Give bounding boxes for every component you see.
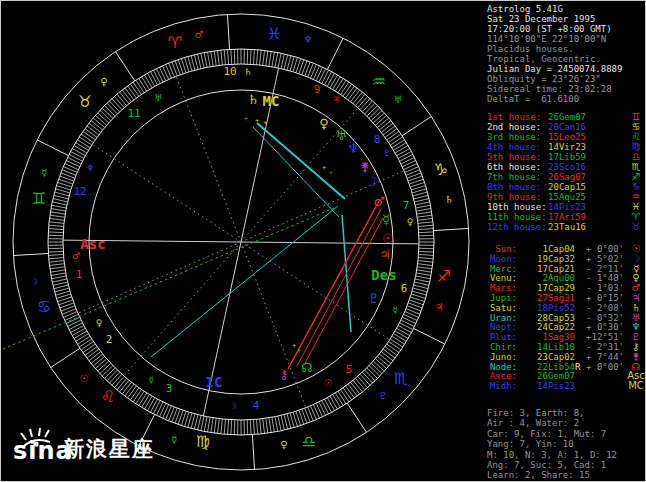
degree-tick [346, 86, 355, 98]
house-row: 4th house:14Vir23♍ [487, 142, 586, 152]
degree-tick [395, 146, 408, 154]
degree-tick [275, 417, 278, 432]
degree-tick [419, 248, 434, 249]
planet-row: Sun:1Cap04+ 0°00'☉ [487, 244, 580, 254]
degree-tick [122, 90, 131, 102]
degree-tick [358, 376, 368, 387]
degree-tick [401, 157, 414, 164]
planet-row: Nept:24Cap22+ 0°30'♆ [487, 322, 580, 332]
degree-tick [418, 218, 433, 220]
degree-tick [412, 291, 426, 295]
header-line: DeltaT = 61.6100 [487, 94, 622, 104]
degree-tick [387, 131, 399, 140]
degree-tick [89, 352, 101, 361]
degree-tick [52, 279, 67, 282]
house-cusp-value: 26Gem07 [546, 112, 586, 122]
planet-velocity: - 2°31' [584, 342, 624, 352]
degree-tick [394, 143, 407, 151]
wheel-sign-libra-icon: ♎ [302, 432, 316, 451]
degree-tick [417, 212, 432, 214]
house-cusp-value: 14Pis23 [546, 202, 586, 212]
wheel-house-number-8: 8 [374, 133, 381, 146]
wheel-sign-ruler-cancer-icon: ☽ [30, 276, 39, 287]
sign-boundary-line [434, 228, 469, 230]
house-cusp-list: 1st house:26Gem07♊2nd house:20Can16♋3rd … [487, 112, 586, 232]
wheel-house-number-3: 3 [166, 382, 173, 395]
wheel-sign-ruler-pisces-icon: ♆ [304, 34, 313, 45]
degree-tick [402, 160, 416, 166]
planet-position-list: Sun:1Cap04+ 0°00'☉Moon:19Cap32+ 5°02'☽Me… [487, 244, 580, 391]
degree-tick [253, 49, 254, 64]
sign-boundary-line [115, 52, 134, 81]
degree-tick [272, 417, 275, 432]
degree-tick [367, 368, 378, 379]
degree-tick [284, 55, 288, 70]
wheel-sign-ruler-aries-icon: ♂ [195, 29, 204, 40]
degree-tick [71, 326, 84, 333]
degree-tick [112, 99, 122, 110]
degree-tick [166, 64, 172, 78]
wheel-sign-ruler-leo-icon: ☉ [80, 373, 89, 384]
wheel-sign-scorpio-icon: ♏ [394, 369, 408, 388]
house-cusp-value: 23Tau16 [546, 222, 586, 232]
degree-tick [153, 401, 160, 414]
degree-tick [266, 418, 268, 433]
degree-tick [253, 420, 254, 435]
planet-velocity: - 2°08' [584, 303, 624, 313]
house-row: 5th house:17Lib59♎ [487, 152, 586, 162]
degree-tick [338, 391, 346, 404]
degree-tick [133, 82, 141, 94]
degree-tick [385, 347, 397, 356]
degree-tick [417, 270, 432, 272]
degree-tick [247, 49, 248, 64]
degree-tick [55, 189, 69, 193]
wheel-house-number-10: 10 [223, 65, 236, 78]
house-cusp-value: 15Leo25 [546, 132, 586, 142]
natal-chart-wheel: +++++++♈♂♉♀♊☿♋☽♌☉♍☿♎♀♏♇♐♃♑♄♒♅♓♆1♂2♀3☿4☽5… [1, 1, 483, 482]
planet-row: Node:22Lib54R+ 0°00'☊ [487, 362, 580, 372]
summary-line: Yang: 7, Yin: 10 [487, 439, 617, 449]
degree-tick [55, 192, 69, 196]
degree-tick [65, 314, 79, 320]
degree-tick [87, 126, 99, 135]
planet-position-value: 23Cap02 [517, 352, 575, 362]
degree-tick [51, 208, 66, 211]
degree-tick [330, 396, 338, 409]
degree-tick [353, 92, 362, 104]
degree-tick [414, 195, 429, 199]
wheel-planet-juno-icon: ⚵ [360, 159, 370, 174]
house-label: 7th house: [487, 172, 546, 182]
house-label: 8th house: [487, 182, 546, 192]
degree-tick [412, 189, 426, 193]
degree-tick [387, 344, 399, 353]
degree-tick [257, 419, 258, 434]
degree-tick [362, 372, 372, 383]
degree-tick [375, 115, 386, 125]
degree-tick [211, 418, 213, 433]
degree-tick [52, 276, 67, 279]
wheel-sign-ruler-aquarius-icon: ♅ [394, 94, 403, 105]
degree-tick [287, 414, 291, 428]
degree-tick [398, 326, 411, 333]
summary-line: Ang: 7, Suc: 5, Cad: 1 [487, 460, 617, 470]
astrolog-window: +++++++♈♂♉♀♊☿♋☽♌☉♍☿♎♀♏♇♐♃♑♄♒♅♓♆1♂2♀3☿4☽5… [0, 0, 646, 482]
degree-tick [416, 205, 431, 208]
wheel-house-ruler-4-icon: ☽ [229, 401, 237, 411]
wheel-sign-aries-icon: ♈ [168, 33, 182, 52]
degree-tick [383, 349, 395, 358]
planet-velocity: - 0°32' [584, 313, 624, 323]
wheel-sign-pisces-icon: ♓ [267, 24, 281, 43]
degree-tick [358, 96, 368, 107]
degree-tick [269, 51, 271, 66]
degree-tick [66, 317, 80, 323]
degree-tick [66, 160, 80, 166]
degree-marker: + [255, 117, 259, 125]
degree-tick [335, 78, 343, 91]
wheel-house-ruler-12-icon: ♆ [86, 163, 94, 173]
wheel-house-ruler-10-icon: ♄ [244, 67, 252, 77]
degree-tick [52, 202, 67, 205]
planet-label: Midh: [487, 381, 517, 391]
planet-label: Asce: [487, 371, 517, 381]
house-cusp-line [92, 144, 241, 242]
degree-tick [76, 143, 89, 151]
